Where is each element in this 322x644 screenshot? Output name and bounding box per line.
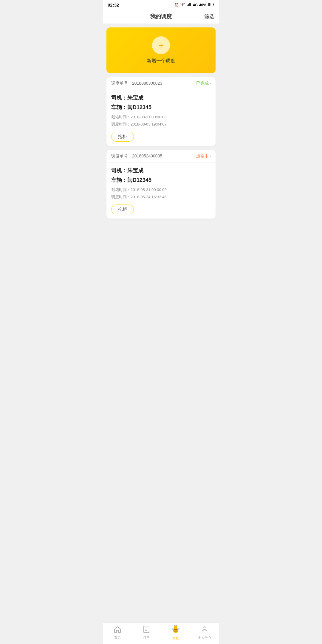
schedule-time-1: 调度时间：2018-08-03 19:04:07 [111, 122, 211, 127]
card-header-2[interactable]: 调度单号：2018052400005 运输中 › [106, 150, 216, 163]
add-dispatch-card[interactable]: + 新增一个调度 [106, 27, 216, 73]
battery-icon [208, 3, 214, 7]
chevron-icon-2: › [210, 154, 211, 158]
battery-text: 40% [199, 3, 206, 7]
card-body-2: 司机：朱宝成 车辆：闽D12345 截箱时间：2018-05-31 00:00:… [106, 163, 216, 219]
schedule-time-2: 调度时间：2018-05-24 16:32:46 [111, 194, 211, 200]
vehicle-1: 车辆：闽D12345 [111, 104, 211, 111]
vehicle-2: 车辆：闽D12345 [111, 177, 211, 184]
status-1[interactable]: 已完成 › [196, 81, 211, 86]
order-no-1: 调度单号：2018080300023 [111, 81, 162, 86]
svg-rect-6 [208, 3, 210, 6]
driver-1: 司机：朱宝成 [111, 94, 211, 101]
card-header-1[interactable]: 调度单号：2018080300023 已完成 › [106, 77, 216, 90]
alarm-icon: ⏰ [174, 3, 179, 7]
svg-rect-3 [190, 3, 191, 6]
status-time: 02:32 [108, 2, 119, 7]
cutoff-time-2: 截箱时间：2018-05-31 00:00:00 [111, 187, 211, 193]
card-body-1: 司机：朱宝成 车辆：闽D12345 截箱时间：2018-08-31 00:00:… [106, 90, 216, 146]
status-2[interactable]: 运输中 › [196, 154, 211, 159]
main-content: + 新增一个调度 调度单号：2018080300023 已完成 › 司机：朱宝成… [103, 24, 219, 226]
svg-rect-2 [189, 3, 190, 6]
dispatch-card-2: 调度单号：2018052400005 运输中 › 司机：朱宝成 车辆：闽D123… [106, 150, 216, 219]
wifi-icon [180, 3, 185, 7]
page-title: 我的调度 [150, 13, 172, 20]
status-icons: ⏰ 4G 40% [174, 3, 214, 7]
svg-rect-1 [188, 4, 189, 6]
signal-icon [187, 3, 191, 7]
network-type: 4G [193, 3, 198, 7]
svg-rect-0 [187, 5, 188, 6]
tag-button-1[interactable]: 拖柜 [111, 132, 134, 142]
cutoff-time-1: 截箱时间：2018-08-31 00:00:00 [111, 114, 211, 120]
svg-rect-5 [213, 4, 214, 5]
dispatch-card-1: 调度单号：2018080300023 已完成 › 司机：朱宝成 车辆：闽D123… [106, 77, 216, 146]
add-icon: + [152, 36, 170, 54]
driver-2: 司机：朱宝成 [111, 167, 211, 174]
header: 我的调度 筛选 [103, 9, 219, 24]
tag-button-2[interactable]: 拖柜 [111, 205, 134, 214]
order-no-2: 调度单号：2018052400005 [111, 154, 162, 159]
add-label: 新增一个调度 [147, 58, 175, 64]
filter-button[interactable]: 筛选 [204, 13, 214, 20]
chevron-icon-1: › [210, 81, 211, 86]
status-bar: 02:32 ⏰ 4G 40% [103, 0, 219, 9]
